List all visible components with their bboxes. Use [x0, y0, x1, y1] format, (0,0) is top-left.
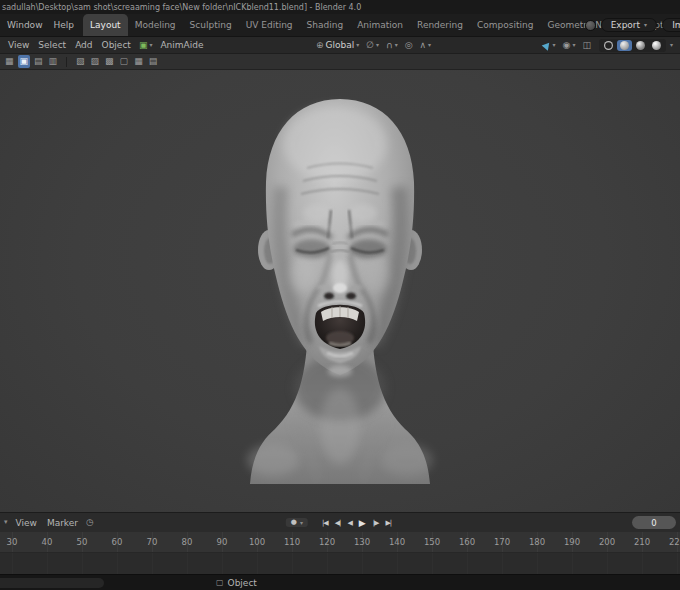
timeline-marker-menu[interactable]: Marker [42, 517, 83, 529]
chevron-down-icon[interactable]: ▾ [4, 519, 8, 526]
chevron-down-icon: ▾ [356, 42, 359, 48]
chevron-down-icon: ▾ [149, 42, 152, 48]
proportional-edit-icon: ◎ [405, 41, 413, 50]
tool-icon-3[interactable]: ▤ [32, 55, 45, 68]
collection-dropdown[interactable]: ▣ ▾ [136, 40, 156, 51]
view-menu[interactable]: View [4, 39, 33, 51]
jump-end-button[interactable]: ▶| [382, 517, 394, 529]
viewport-3d[interactable] [0, 70, 680, 512]
show-overlays-dropdown[interactable]: ◉ ▾ [560, 40, 579, 51]
tab-rendering[interactable]: Rendering [410, 14, 470, 36]
tool-icon-6[interactable]: ▨ [89, 55, 102, 68]
export-button[interactable]: Export ▾ [601, 18, 657, 32]
tool-icon-4[interactable]: ▥ [47, 55, 60, 68]
object-cube-icon: ▢ [216, 579, 224, 587]
shading-options-dropdown[interactable]: ▾ [667, 41, 676, 49]
solid-sphere-icon [620, 41, 629, 50]
status-bar: ▢ Object [0, 574, 680, 590]
import-button[interactable]: Import [662, 18, 680, 32]
ruler-tick-label: 190 [564, 537, 580, 547]
prev-keyframe-button[interactable]: ◀| [332, 517, 344, 529]
shading-rendered-button[interactable] [649, 40, 664, 51]
snap-toggle[interactable]: ∩ ▾ [383, 40, 401, 51]
help-menu[interactable]: Help [49, 18, 80, 32]
extensions-icon[interactable] [585, 20, 596, 31]
shading-material-button[interactable] [633, 40, 648, 51]
tool-icon-9[interactable]: ▦ [132, 55, 145, 68]
ruler-tick-label: 130 [354, 537, 370, 547]
window-title: sadullah\Desktop\sam shot\screaaming fac… [2, 3, 361, 12]
timeline-track-area[interactable] [0, 552, 680, 574]
gizmo-icon [541, 40, 552, 51]
auto-key-button[interactable]: ● ▾ [286, 518, 308, 527]
ruler-tick-label: 200 [599, 537, 615, 547]
ruler-tick-label: 140 [389, 537, 405, 547]
show-gizmo-dropdown[interactable]: ▾ [540, 41, 559, 50]
status-keymap-pill [0, 578, 104, 588]
tab-compositing[interactable]: Compositing [470, 14, 540, 36]
tool-settings-bar: ▦ ▣ ▤ ▥ ▧ ▨ ▩ ▢ ▦ ▤ [0, 54, 680, 70]
ruler-tick-label: 50 [77, 537, 88, 547]
object-menu[interactable]: Object [98, 39, 135, 51]
tool-icon-8[interactable]: ▢ [118, 55, 131, 68]
current-frame-field[interactable]: 0 [632, 516, 676, 529]
tool-icon-10[interactable]: ▤ [147, 55, 160, 68]
xray-toggle[interactable]: ◫ [579, 40, 594, 51]
chevron-down-icon: ▾ [553, 42, 556, 48]
tab-uv-editing[interactable]: UV Editing [239, 14, 300, 36]
add-menu[interactable]: Add [71, 39, 96, 51]
next-keyframe-button[interactable]: |▶ [370, 517, 382, 529]
chevron-down-icon: ▾ [395, 42, 398, 48]
shading-solid-button[interactable] [617, 40, 632, 51]
rendered-sphere-icon [652, 41, 661, 50]
ruler-tick-label: 70 [147, 537, 158, 547]
tool-icon-2-active[interactable]: ▣ [18, 55, 31, 68]
ruler-tick-label: 170 [494, 537, 510, 547]
timeline-view-menu[interactable]: View [11, 517, 42, 529]
tab-layout[interactable]: Layout [83, 14, 128, 36]
window-menu[interactable]: Window [2, 18, 48, 32]
play-reverse-button[interactable]: ◀ [344, 517, 354, 529]
ruler-tick-label: 100 [249, 537, 265, 547]
overlays-icon: ◉ [563, 41, 571, 50]
collection-icon: ▣ [139, 41, 148, 50]
chevron-down-icon: ▾ [300, 520, 303, 526]
tool-icon-5[interactable]: ▧ [74, 55, 87, 68]
shading-wireframe-button[interactable] [601, 40, 616, 51]
falloff-curve-icon: ∧ [420, 41, 427, 50]
jump-start-button[interactable]: |◀ [319, 517, 331, 529]
status-mode-label: Object [228, 578, 257, 588]
tab-shading[interactable]: Shading [300, 14, 351, 36]
screaming-head-model[interactable] [235, 92, 445, 484]
orientation-icon: ⊕ [316, 41, 324, 50]
tool-icon-1[interactable]: ▦ [3, 55, 16, 68]
status-mode: ▢ Object [216, 575, 257, 590]
transform-snap-controls: ⊕ Global ▾ ∅ ▾ ∩ ▾ ◎ ∧ ▾ [313, 39, 434, 51]
title-bar[interactable]: sadullah\Desktop\sam shot\screaaming fac… [0, 0, 680, 14]
proportional-falloff-dropdown[interactable]: ∧ ▾ [417, 40, 435, 51]
tool-icon-7[interactable]: ▩ [103, 55, 116, 68]
ruler-tick-label: 90 [217, 537, 228, 547]
wireframe-sphere-icon [604, 41, 613, 50]
transform-orientation-dropdown[interactable]: ⊕ Global ▾ [313, 39, 362, 51]
tab-modeling[interactable]: Modeling [128, 14, 183, 36]
snap-target-dropdown[interactable]: ∅ ▾ [363, 40, 382, 51]
proportional-edit-toggle[interactable]: ◎ [402, 40, 416, 51]
playback-clock-icon[interactable]: ◷ [86, 518, 94, 527]
timeline-header: ▾ View Marker ◷ ● ▾ |◀ ◀| ◀ ▶ |▶ ▶| 0 [0, 512, 680, 532]
play-button[interactable]: ▶ [356, 516, 369, 530]
import-label: Import [672, 20, 680, 30]
timeline-ruler[interactable]: 30 40 50 60 70 80 90 100 110 120 130 140… [0, 532, 680, 552]
tab-sculpting[interactable]: Sculpting [183, 14, 239, 36]
ruler-tick-label: 150 [424, 537, 440, 547]
xray-icon: ◫ [582, 41, 591, 50]
ruler-tick-label: 160 [459, 537, 475, 547]
ruler-tick-label: 40 [42, 537, 53, 547]
animaide-menu[interactable]: AnimAide [156, 39, 207, 51]
chevron-down-icon: ▾ [644, 22, 647, 28]
topbar-right: Export ▾ Import [585, 18, 680, 32]
tab-animation[interactable]: Animation [350, 14, 410, 36]
ruler-tick-label: 220 [669, 537, 680, 547]
ruler-tick-label: 60 [112, 537, 123, 547]
select-menu[interactable]: Select [34, 39, 70, 51]
